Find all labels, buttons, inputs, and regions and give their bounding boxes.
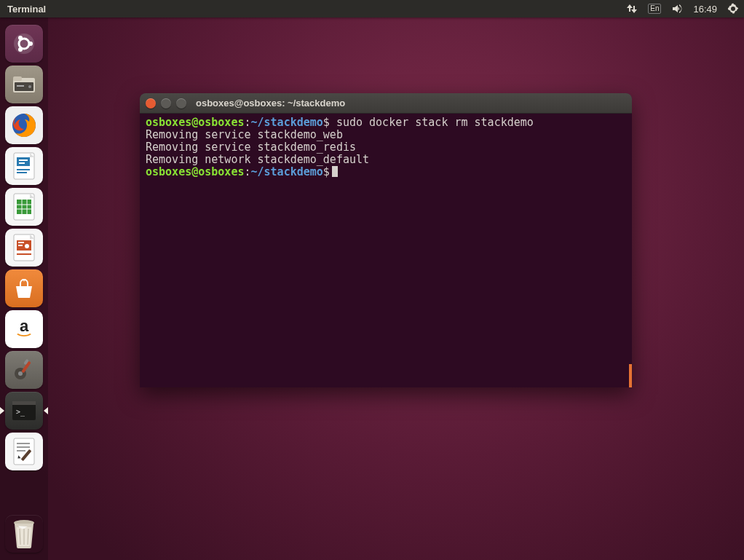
launcher-system-settings[interactable] (5, 351, 43, 389)
svg-point-4 (18, 47, 23, 52)
launcher-trash[interactable] (5, 515, 43, 553)
svg-text:a: a (20, 317, 29, 335)
svg-rect-28 (17, 253, 31, 255)
output-line: Removing service stackdemo_redis (146, 141, 356, 154)
calc-icon (12, 192, 36, 221)
files-icon (12, 74, 36, 95)
window-minimize-button[interactable] (161, 98, 171, 109)
svg-point-3 (18, 36, 23, 40)
network-indicator[interactable] (621, 0, 643, 17)
svg-point-9 (28, 85, 31, 88)
terminal-icon: >_ (11, 400, 37, 422)
launcher: a >_ (0, 17, 48, 560)
svg-rect-25 (18, 242, 24, 243)
firefox-icon (10, 111, 38, 139)
software-icon (12, 277, 36, 299)
scrollbar-thumb[interactable] (629, 364, 632, 387)
svg-rect-12 (17, 157, 30, 166)
svg-text:>_: >_ (16, 408, 25, 417)
launcher-terminal[interactable]: >_ (5, 392, 43, 430)
writer-icon (12, 151, 36, 181)
launcher-libreoffice-impress[interactable] (5, 229, 43, 267)
clock-indicator[interactable]: 16:49 (688, 0, 722, 17)
output-line: Removing network stackdemo_default (146, 153, 369, 166)
svg-point-27 (25, 244, 29, 248)
settings-icon (12, 358, 36, 382)
svg-rect-39 (17, 446, 30, 448)
svg-rect-14 (19, 162, 25, 164)
svg-point-31 (18, 371, 23, 376)
system-settings-indicator[interactable] (722, 0, 744, 17)
active-app-title[interactable]: Terminal (0, 4, 53, 15)
launcher-files[interactable] (5, 66, 43, 103)
launcher-ubuntu-software[interactable] (5, 269, 43, 307)
svg-rect-38 (17, 443, 30, 444)
amazon-icon: a (12, 317, 36, 342)
window-title: osboxes@osboxes: ~/stackdemo (196, 98, 345, 109)
svg-rect-35 (12, 401, 36, 405)
svg-rect-13 (19, 159, 28, 161)
launcher-libreoffice-writer[interactable] (5, 147, 43, 185)
window-titlebar[interactable]: osboxes@osboxes: ~/stackdemo (140, 93, 632, 114)
menu-bar: Terminal En 16:49 (0, 0, 744, 17)
svg-rect-26 (18, 245, 23, 246)
launcher-text-editor[interactable] (5, 433, 43, 470)
text-editor-icon (12, 437, 36, 466)
window-maximize-button[interactable] (176, 98, 186, 109)
window-close-button[interactable] (146, 98, 156, 109)
svg-point-2 (28, 42, 33, 46)
launcher-firefox[interactable] (5, 106, 43, 144)
sound-indicator[interactable] (666, 0, 688, 17)
svg-rect-16 (17, 172, 27, 173)
launcher-dash[interactable] (5, 25, 43, 63)
launcher-libreoffice-calc[interactable] (5, 188, 43, 226)
svg-rect-6 (13, 76, 22, 81)
svg-rect-18 (17, 200, 31, 214)
impress-icon (12, 233, 36, 262)
svg-rect-8 (17, 85, 24, 87)
keyboard-language-indicator[interactable]: En (643, 0, 666, 17)
launcher-amazon[interactable]: a (5, 310, 43, 348)
output-line: Removing service stackdemo_web (146, 128, 343, 141)
svg-rect-15 (17, 169, 30, 170)
terminal-window: osboxes@osboxes: ~/stackdemo osboxes@osb… (140, 93, 632, 387)
trash-icon (9, 517, 39, 551)
command-text: sudo docker stack rm stackdemo (330, 116, 534, 129)
terminal-cursor (332, 166, 338, 177)
svg-rect-40 (17, 450, 25, 451)
terminal-content[interactable]: osboxes@osboxes:~/stackdemo$ sudo docker… (140, 114, 632, 387)
ubuntu-icon (12, 32, 36, 55)
